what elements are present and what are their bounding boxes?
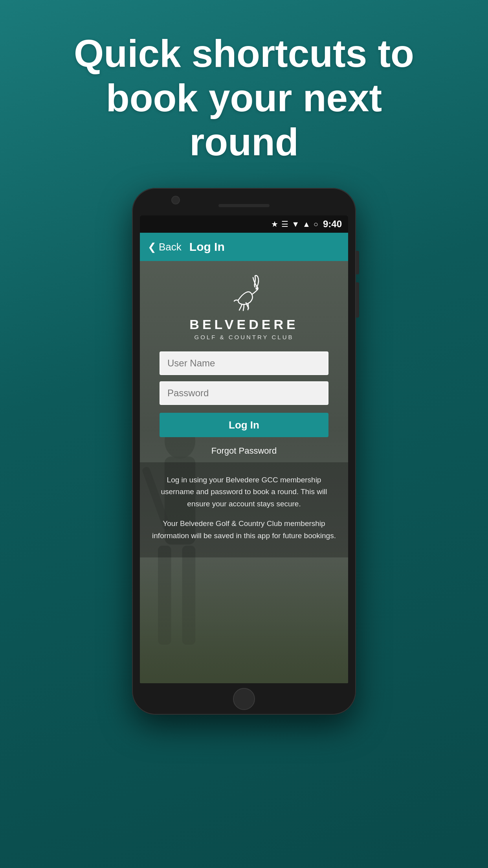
back-button[interactable]: ❮ Back (148, 241, 182, 253)
info-area: Log in using your Belvedere GCC membersh… (140, 462, 348, 557)
phone-speaker (218, 204, 270, 207)
page-title: Log In (189, 240, 225, 254)
phone-frame: ★ ☰ ▼ ▲ ○ 9:40 ❮ Back Log In (132, 188, 356, 715)
login-form-container: BELVEDERE GOLF & COUNTRY CLUB Log In For… (140, 261, 348, 456)
username-input[interactable] (160, 351, 328, 375)
phone-bottom (132, 683, 356, 715)
headline-text: Quick shortcuts to book your next round (67, 31, 421, 164)
status-icons: ★ ☰ ▼ ▲ ○ 9:40 (271, 219, 342, 230)
back-chevron-icon: ❮ (148, 241, 156, 253)
wifi-icon: ▼ (292, 220, 299, 229)
info-text-2: Your Belvedere Golf & Country Club membe… (152, 518, 336, 542)
brand-subtitle: GOLF & COUNTRY CLUB (194, 334, 294, 340)
brand-logo-icon (220, 273, 268, 312)
info-text-1: Log in using your Belvedere GCC membersh… (152, 474, 336, 510)
svg-point-5 (256, 288, 257, 289)
password-input[interactable] (160, 381, 328, 405)
back-label: Back (159, 241, 182, 253)
login-button[interactable]: Log In (160, 413, 328, 437)
home-button[interactable] (233, 688, 255, 710)
bluetooth-icon: ★ (271, 219, 278, 229)
phone-top (132, 188, 356, 215)
forgot-password-link[interactable]: Forgot Password (211, 446, 277, 456)
nav-bar: ❮ Back Log In (140, 233, 348, 261)
volume-up-button (356, 251, 359, 274)
phone-camera (171, 196, 180, 204)
screen-content: BELVEDERE GOLF & COUNTRY CLUB Log In For… (140, 261, 348, 683)
phone-screen: ★ ☰ ▼ ▲ ○ 9:40 ❮ Back Log In (140, 215, 348, 683)
headline-line2: book your next round (106, 76, 382, 164)
signal-icon: ▲ (303, 220, 310, 229)
status-bar: ★ ☰ ▼ ▲ ○ 9:40 (140, 215, 348, 233)
volume-down-button (356, 282, 359, 318)
logo-area: BELVEDERE GOLF & COUNTRY CLUB (189, 273, 298, 340)
headline: Quick shortcuts to book your next round (67, 31, 421, 164)
brand-name: BELVEDERE (189, 317, 298, 332)
battery-icon: ○ (314, 220, 318, 229)
status-time: 9:40 (323, 219, 342, 230)
headline-line1: Quick shortcuts to (74, 32, 414, 75)
vibrate-icon: ☰ (281, 219, 288, 229)
